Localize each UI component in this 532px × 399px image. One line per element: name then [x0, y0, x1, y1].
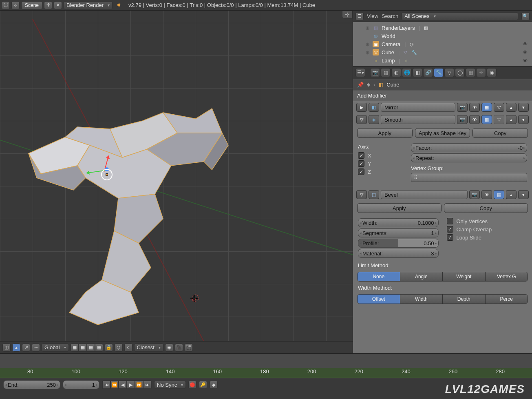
render-animation-icon[interactable]: 🎬	[185, 344, 193, 352]
jump-start-icon[interactable]: ⏮	[102, 381, 110, 389]
proportional-edit-icon[interactable]: ◎	[115, 344, 123, 352]
viewport-collapse-icon[interactable]: ✛	[342, 11, 353, 19]
width-tab-offset[interactable]: Offset	[358, 295, 400, 304]
outliner-view-menu[interactable]: View	[367, 13, 378, 19]
keyframe-prev-icon[interactable]: ⏪	[110, 381, 119, 389]
copy-modifier-button[interactable]: Copy	[472, 128, 528, 138]
outliner-search-menu[interactable]: Search	[382, 13, 398, 19]
repeat-field[interactable]: Repeat:	[411, 153, 527, 162]
tab-renderlayers-icon[interactable]: ▨	[381, 68, 391, 77]
render-visibility-icon[interactable]: 📷	[469, 190, 480, 199]
modifier-name-field[interactable]: Smooth	[381, 115, 455, 124]
width-tab-width[interactable]: Width	[400, 295, 443, 304]
auto-keyframe-icon[interactable]: 🔴	[188, 381, 196, 389]
tab-render-icon[interactable]: 📷	[370, 68, 380, 77]
copy-modifier-button[interactable]: Copy	[444, 203, 528, 213]
timeline-ruler[interactable]: 80100120 140160180 200220240 260280	[0, 354, 532, 378]
move-up-icon[interactable]: ▴	[506, 103, 517, 112]
lamp-data-icon[interactable]: ☼	[403, 57, 409, 64]
visibility-toggle-icon[interactable]: 👁	[521, 58, 529, 64]
limit-tab-angle[interactable]: Angle	[400, 272, 443, 281]
factor-field[interactable]: Factor:-0	[411, 143, 527, 152]
play-reverse-icon[interactable]: ◀	[119, 381, 127, 389]
render-visibility-icon[interactable]: 📷	[457, 115, 468, 124]
move-down-icon[interactable]: ▾	[518, 190, 529, 199]
viewport-visibility-icon[interactable]: 👁	[481, 190, 492, 199]
snap-magnet-icon[interactable]: ⧲	[124, 344, 132, 352]
vertex-group-field[interactable]: ⠿	[411, 173, 527, 182]
tab-constraints-icon[interactable]: 🔗	[423, 68, 433, 77]
pin-icon[interactable]: 📌	[357, 82, 364, 88]
breadcrumb-object[interactable]: Cube	[386, 82, 399, 88]
cursor-icon[interactable]: ↗	[22, 344, 30, 352]
layer-button[interactable]: ▦	[79, 344, 87, 352]
only-vertices-checkbox[interactable]	[447, 218, 453, 224]
jump-end-icon[interactable]: ⏭	[143, 381, 151, 389]
outliner-item-world[interactable]: ◍ World	[353, 32, 532, 40]
expand-icon[interactable]: ⊕	[365, 49, 370, 55]
modifier-name-field[interactable]: Mirror	[381, 103, 455, 112]
scene-link-icon[interactable]: ⎆	[367, 82, 370, 88]
visibility-toggle-icon[interactable]: 👁	[521, 49, 529, 55]
transform-orientation-dropdown[interactable]: Global	[42, 344, 69, 352]
tab-particles-icon[interactable]: ✧	[476, 68, 486, 77]
move-up-icon[interactable]: ▴	[506, 115, 517, 124]
renderlayer-data-icon[interactable]: ▨	[423, 24, 429, 31]
tab-object-icon[interactable]: ◧	[413, 68, 422, 77]
lock-camera-icon[interactable]: 🔒	[105, 344, 113, 352]
viewport-3d[interactable]: ✛ ◫	[0, 11, 353, 353]
snap-element-dropdown[interactable]: Closest	[134, 344, 163, 352]
keying-set-icon[interactable]: 🔑	[199, 381, 207, 389]
collapse-modifier-icon[interactable]: ▽	[356, 115, 367, 124]
outliner-item-lamp[interactable]: ☼ Lamp | ☼ 👁	[353, 56, 532, 64]
mode-object-icon[interactable]: ▲	[12, 344, 20, 352]
mesh-data-icon[interactable]: ▽	[402, 49, 408, 55]
tab-modifiers-icon[interactable]: 🔧	[434, 68, 444, 77]
properties-editor-icon[interactable]: ☰▾	[355, 68, 365, 77]
axis-y-checkbox[interactable]	[358, 160, 364, 167]
layer-button[interactable]: ▦	[87, 344, 95, 352]
insert-keyframe-icon[interactable]: ◆	[210, 381, 218, 389]
layer-button[interactable]: ▦	[95, 344, 103, 352]
expand-modifier-icon[interactable]: ▶	[356, 103, 367, 112]
tab-data-icon[interactable]: ▽	[444, 68, 454, 77]
outliner-editor-icon[interactable]: ☰	[355, 12, 364, 20]
mesh-object-cube[interactable]	[16, 104, 245, 341]
limit-tab-none[interactable]: None	[358, 272, 400, 281]
axis-x-checkbox[interactable]	[358, 152, 364, 159]
camera-data-icon[interactable]: ◎	[408, 41, 415, 47]
play-icon[interactable]: ▶	[127, 381, 135, 389]
outliner-item-renderlayers[interactable]: ⊕ ▨ RenderLayers | ▨	[353, 24, 532, 32]
apply-shape-key-button[interactable]: Apply as Shape Key	[415, 128, 470, 138]
expand-icon[interactable]: ⊕	[365, 41, 370, 47]
collapse-modifier-icon[interactable]: ▽	[356, 190, 367, 199]
apply-button[interactable]: Apply	[357, 203, 441, 213]
loop-slide-checkbox[interactable]	[447, 234, 453, 241]
width-tab-percent[interactable]: Perce	[486, 295, 528, 304]
modifier-name-field[interactable]: Bevel	[381, 190, 468, 199]
tab-physics-icon[interactable]: ◉	[487, 68, 497, 77]
bevel-profile-field[interactable]: Profile:0.50	[358, 239, 439, 248]
scene-link-icon[interactable]: ⎆	[11, 1, 20, 9]
expand-icon[interactable]: ⊕	[365, 25, 370, 31]
tab-scene-icon[interactable]: ◐	[391, 68, 401, 77]
info-editor-icon[interactable]: ⓘ	[2, 1, 10, 9]
scene-name-field[interactable]: Scene	[21, 1, 42, 9]
limit-tab-vertexgroup[interactable]: Vertex G	[486, 272, 528, 281]
end-frame-field[interactable]: End:250	[3, 380, 60, 389]
outliner-item-cube[interactable]: ⊕ ▽ Cube | ▽ 🔧 👁	[353, 48, 532, 56]
render-engine-dropdown[interactable]: Blender Render	[64, 1, 113, 9]
add-modifier-button[interactable]: Add Modifier	[353, 90, 532, 101]
add-scene-icon[interactable]: ✛	[44, 1, 52, 9]
visibility-toggle-icon[interactable]: 👁	[521, 41, 529, 47]
editmode-visibility-icon[interactable]: ▦	[494, 190, 504, 199]
tab-texture-icon[interactable]: ▦	[466, 68, 475, 77]
tab-material-icon[interactable]: ◯	[455, 68, 465, 77]
editmode-visibility-icon[interactable]: ▦	[481, 115, 492, 124]
outliner-item-camera[interactable]: ⊕ ▣ Camera | ◎ 👁	[353, 40, 532, 48]
editor-type-icon[interactable]: ◫	[2, 344, 11, 352]
search-icon[interactable]: 🔍	[521, 12, 530, 20]
bevel-material-field[interactable]: Material:3	[358, 249, 439, 258]
move-down-icon[interactable]: ▾	[518, 115, 529, 124]
apply-button[interactable]: Apply	[357, 128, 413, 138]
